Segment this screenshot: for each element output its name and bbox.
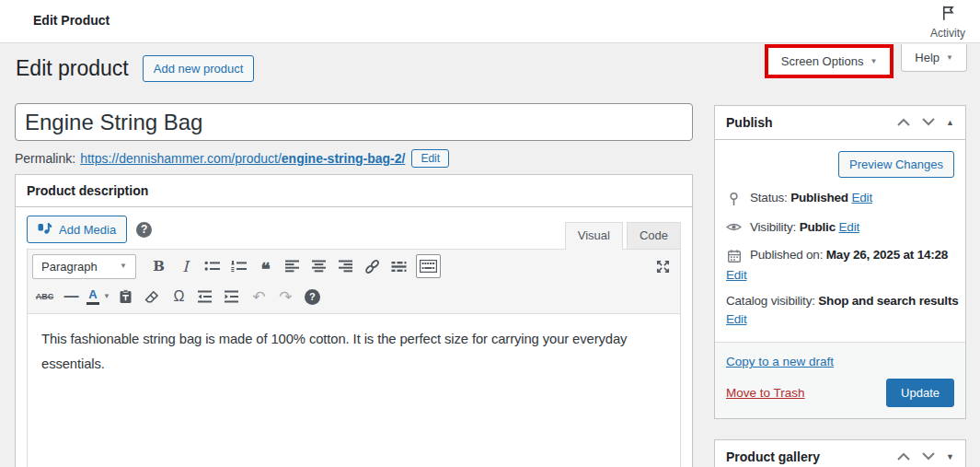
status-text: Status: Published Edit <box>750 191 872 204</box>
editor-top-row: Add Media ? Visual Code <box>16 207 692 249</box>
publish-panel-title: Publish <box>726 115 773 130</box>
preview-changes-button[interactable]: Preview Changes <box>838 151 954 178</box>
screen-options-button[interactable]: Screen Options ▼ <box>768 48 891 75</box>
activity-button[interactable]: Activity <box>930 4 965 40</box>
editor-content-area[interactable]: This fashionable string bag is made of 1… <box>27 314 681 467</box>
align-right-icon <box>339 260 353 273</box>
align-left-icon <box>285 260 300 273</box>
special-character-button[interactable]: Ω <box>167 285 191 309</box>
visibility-label: Visibility: <box>750 220 796 234</box>
bullet-list-icon <box>204 260 221 273</box>
editor-mode-tabs: Visual Code <box>565 222 681 249</box>
numbered-list-icon <box>231 260 248 273</box>
add-media-button[interactable]: Add Media <box>27 216 127 243</box>
publish-panel: Publish ▲ Preview Changes <box>714 105 966 419</box>
outdent-button[interactable] <box>193 285 218 309</box>
toolbar-row-2: ABC — A ▼ <box>32 282 675 311</box>
calendar-icon <box>726 249 742 263</box>
chevron-down-icon: ▼ <box>870 58 877 65</box>
editor-help-button[interactable]: ? <box>300 285 325 309</box>
product-description-text: This fashionable string bag is made of 1… <box>41 327 666 377</box>
flag-icon <box>939 4 957 26</box>
italic-button[interactable]: I <box>173 254 198 278</box>
tab-visual[interactable]: Visual <box>565 222 623 250</box>
text-color-button[interactable]: A ▼ <box>86 285 111 309</box>
toolbar-toggle-button[interactable] <box>416 254 441 278</box>
blockquote-button[interactable]: ❝ <box>253 254 278 278</box>
collapse-toggle-icon[interactable]: ▲ <box>946 119 954 127</box>
product-title-input[interactable] <box>15 103 693 141</box>
align-right-button[interactable] <box>333 254 358 278</box>
wordpress-edit-product-page: Edit Product Activity Screen Options ▼ H… <box>0 0 980 467</box>
page-title: Edit product <box>16 56 129 81</box>
read-more-button[interactable] <box>386 254 411 278</box>
permalink-link[interactable]: https://dennishammer.com/product/engine-… <box>80 151 405 166</box>
update-button[interactable]: Update <box>886 379 954 407</box>
permalink-edit-button[interactable]: Edit <box>411 149 449 168</box>
fullscreen-icon <box>655 259 671 274</box>
chevron-down-icon: ▼ <box>103 293 110 300</box>
status-edit-link[interactable]: Edit <box>851 191 871 204</box>
annotation-highlight-box: Screen Options ▼ <box>765 44 894 78</box>
help-button[interactable]: Help ▼ <box>901 44 967 72</box>
horizontal-rule-button[interactable]: — <box>59 285 84 309</box>
published-edit-link[interactable]: Edit <box>726 268 746 282</box>
gallery-panel-title: Product gallery <box>726 449 820 464</box>
bold-icon: B <box>153 258 165 274</box>
catalog-edit-link[interactable]: Edit <box>726 312 746 326</box>
fullscreen-button[interactable] <box>651 254 675 278</box>
help-tip-icon[interactable]: ? <box>136 222 152 238</box>
help-label: Help <box>915 51 940 64</box>
visibility-edit-link[interactable]: Edit <box>839 220 859 234</box>
eye-icon <box>726 221 742 233</box>
page-context-title: Edit Product <box>33 13 110 28</box>
omega-icon: Ω <box>173 288 184 305</box>
move-up-icon[interactable] <box>896 114 911 131</box>
redo-button[interactable]: ↷ <box>273 285 298 309</box>
admin-top-bar: Edit Product Activity <box>0 0 980 43</box>
tab-code[interactable]: Code <box>627 222 681 249</box>
move-up-icon[interactable] <box>896 449 911 465</box>
gallery-panel-header[interactable]: Product gallery ▼ <box>715 440 965 467</box>
move-down-icon[interactable] <box>921 114 936 131</box>
undo-button[interactable]: ↶ <box>247 285 271 309</box>
add-new-product-button[interactable]: Add new product <box>143 55 255 82</box>
strikethrough-button[interactable]: ABC <box>32 285 57 309</box>
italic-icon: I <box>182 258 188 275</box>
screen-options-label: Screen Options <box>781 54 864 68</box>
collapse-toggle-icon[interactable]: ▼ <box>946 453 954 461</box>
chevron-down-icon: ▼ <box>946 54 953 62</box>
paste-text-icon <box>119 289 133 304</box>
undo-icon: ↶ <box>252 287 265 306</box>
published-on-value: May 26, 2025 at 14:28 <box>826 248 948 262</box>
blockquote-icon: ❝ <box>260 265 270 274</box>
indent-icon <box>225 290 239 303</box>
copy-to-new-draft-link[interactable]: Copy to a new draft <box>726 355 834 368</box>
paragraph-select-value: Paragraph <box>41 260 98 274</box>
product-gallery-panel: Product gallery ▼ <box>714 439 966 467</box>
indent-button[interactable] <box>220 285 245 309</box>
paste-as-text-button[interactable] <box>113 285 138 309</box>
outdent-icon <box>198 290 213 303</box>
clear-formatting-button[interactable] <box>140 285 165 309</box>
align-left-button[interactable] <box>280 254 305 278</box>
bold-button[interactable]: B <box>146 254 171 278</box>
main-column: Permalink: https://dennishammer.com/prod… <box>15 103 693 467</box>
catalog-visibility-block: Catalog visibility: Shop and search resu… <box>726 294 954 326</box>
publish-panel-footer: Copy to a new draft Move to Trash Update <box>715 342 965 418</box>
move-down-icon[interactable] <box>921 449 936 465</box>
align-center-button[interactable] <box>306 254 331 278</box>
permalink-base: https://dennishammer.com/product/ <box>80 151 282 166</box>
align-center-icon <box>312 260 327 273</box>
strikethrough-icon: ABC <box>36 292 54 301</box>
publish-panel-header[interactable]: Publish ▲ <box>715 106 965 140</box>
catalog-visibility-label: Catalog visibility: <box>726 294 815 308</box>
move-to-trash-link[interactable]: Move to Trash <box>726 386 805 400</box>
media-icon <box>38 221 52 238</box>
visibility-value: Public <box>800 220 836 234</box>
insert-link-button[interactable] <box>360 254 385 278</box>
published-on-label: Published on: <box>750 248 823 262</box>
numbered-list-button[interactable] <box>226 254 251 278</box>
bullet-list-button[interactable] <box>200 254 225 278</box>
paragraph-format-select[interactable]: Paragraph ▼ <box>32 254 136 279</box>
